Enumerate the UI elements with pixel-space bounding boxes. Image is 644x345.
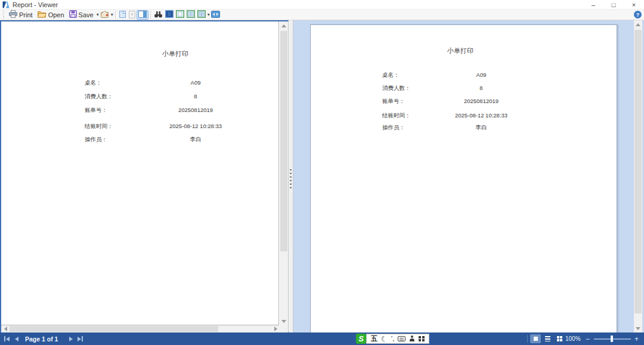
find-button[interactable] (153, 10, 164, 20)
zoom-level: 100% (565, 332, 581, 345)
zoom-in-button[interactable]: + (634, 332, 639, 345)
field-value: 2025-08-12 10:28:33 (422, 112, 541, 119)
report-viewer-window: Report - Viewer – □ × Print Open Save ▾ … (0, 0, 644, 345)
view-mode-continuous-button[interactable] (542, 334, 553, 343)
view-two-pages-button[interactable] (185, 10, 196, 20)
field-value: A09 (422, 72, 541, 78)
page-setup-icon (100, 10, 109, 20)
field-label: 消费人数： (382, 85, 411, 92)
field-row: 结账时间：2025-08-12 10:28:33 (293, 112, 644, 119)
field-value: A09 (136, 79, 255, 86)
view-multiple-pages-button[interactable] (196, 10, 207, 20)
fit-to-window-button[interactable] (210, 10, 221, 20)
field-value: 8 (136, 93, 255, 100)
statusbar: Page 1 of 1 S 五 ☾ ’, 100% − + (0, 332, 644, 345)
fit-view-icon (211, 11, 220, 19)
titlebar: Report - Viewer – □ × (0, 0, 644, 10)
scroll-right-button[interactable] (271, 325, 280, 333)
ime-moon-icon[interactable]: ☾ (381, 335, 388, 343)
splitter-grip[interactable] (290, 169, 292, 191)
question-glyph: ? (131, 12, 133, 17)
page-status: Page 1 of 1 (25, 332, 58, 345)
scrollbar-corner (280, 325, 288, 332)
toolbar-separator (150, 11, 151, 19)
two-pages-view-icon (187, 10, 195, 19)
thumbnails-toggle-button[interactable] (137, 10, 148, 20)
left-horizontal-scrollbar[interactable] (1, 325, 280, 332)
field-label: 操作员： (382, 124, 405, 132)
field-value: 李白 (422, 124, 541, 132)
export-document-button[interactable] (117, 10, 128, 20)
view-whole-page-button[interactable] (175, 10, 185, 20)
vertical-scroll-thumb[interactable] (634, 30, 642, 313)
view-single-page-button[interactable] (164, 10, 175, 20)
field-row: 操作员：李白 (1, 136, 288, 143)
single-page-view-icon (165, 10, 174, 19)
field-label: 结账时间： (85, 123, 113, 130)
vertical-scroll-thumb[interactable] (280, 31, 287, 251)
help-button[interactable]: ? (634, 11, 642, 18)
printer-icon (9, 10, 17, 19)
field-row: 消费人数：8 (1, 93, 288, 100)
save-button[interactable]: Save (67, 10, 96, 20)
view-mode-single-button[interactable] (530, 334, 541, 343)
folder-icon (38, 10, 47, 19)
field-row: 消费人数：8 (293, 85, 644, 92)
field-row: 结账时间：2025-08-12 10:28:33 (1, 123, 288, 130)
clipboard-icon: ? (129, 11, 135, 18)
floppy-icon (69, 10, 77, 19)
zoom-out-button[interactable]: − (586, 332, 590, 345)
scroll-up-button[interactable] (634, 20, 642, 29)
ime-keyboard-icon[interactable] (398, 336, 405, 341)
field-value: 8 (422, 85, 541, 91)
next-page-button[interactable] (69, 332, 73, 345)
field-label: 结账时间： (382, 112, 411, 120)
field-label: 操作员： (85, 136, 107, 144)
scroll-down-button[interactable] (634, 324, 642, 332)
maximize-button[interactable]: □ (603, 0, 624, 10)
left-preview-pane: 小单打印 桌名：A09 消费人数：8 账单号：20250812019 结账时间：… (0, 20, 289, 332)
clipboard-help-button[interactable]: ? (128, 10, 137, 20)
close-button[interactable]: × (624, 0, 644, 10)
receipt-title: 小单打印 (86, 49, 265, 58)
scroll-down-button[interactable] (280, 317, 288, 325)
view-mode-grid-button[interactable] (554, 334, 565, 343)
document-icon (119, 10, 126, 20)
right-vertical-scrollbar[interactable] (634, 20, 642, 332)
minimize-button[interactable]: – (583, 0, 603, 10)
ime-bar: S 五 ☾ ’, (356, 334, 429, 344)
field-value: 李白 (136, 136, 255, 144)
ime-person-icon[interactable] (409, 335, 415, 342)
field-row: 桌名：A09 (293, 72, 644, 79)
open-button[interactable]: Open (35, 10, 67, 20)
window-title: Report - Viewer (13, 1, 58, 8)
report-page (310, 24, 617, 332)
receipt-title: 小单打印 (371, 46, 550, 55)
field-row: 账单号：20250812019 (293, 98, 644, 105)
zoom-slider-thumb[interactable] (611, 335, 613, 342)
first-page-button[interactable] (4, 332, 10, 345)
field-value: 20250812019 (136, 107, 255, 113)
last-page-button[interactable] (78, 332, 83, 345)
previous-page-button[interactable] (15, 332, 18, 345)
main-area: 小单打印 桌名：A09 消费人数：8 账单号：20250812019 结账时间：… (0, 20, 644, 332)
print-button[interactable]: Print (7, 10, 35, 20)
print-label: Print (19, 11, 33, 18)
right-preview-pane: 小单打印 桌名：A09 消费人数：8 账单号：20250812019 结账时间：… (293, 20, 644, 332)
sogou-logo[interactable]: S (356, 334, 366, 344)
page-setup-dropdown-caret[interactable]: ▾ (111, 12, 113, 17)
ime-toolbox-icon[interactable] (419, 336, 425, 342)
horizontal-scroll-thumb[interactable] (10, 326, 218, 332)
field-value: 2025-08-12 10:28:33 (136, 123, 255, 129)
open-label: Open (48, 11, 64, 18)
ime-wubi-mode[interactable]: 五 (371, 335, 377, 342)
toolbar-separator (115, 11, 116, 19)
ime-punctuation-icon[interactable]: ’, (391, 335, 395, 342)
pane-splitter[interactable] (289, 20, 293, 332)
toolbar-grip[interactable] (2, 11, 4, 18)
scroll-left-button[interactable] (1, 325, 10, 333)
left-vertical-scrollbar[interactable] (280, 21, 288, 325)
app-icon (2, 1, 10, 8)
scroll-up-button[interactable] (280, 21, 288, 30)
page-setup-button[interactable] (99, 10, 110, 20)
